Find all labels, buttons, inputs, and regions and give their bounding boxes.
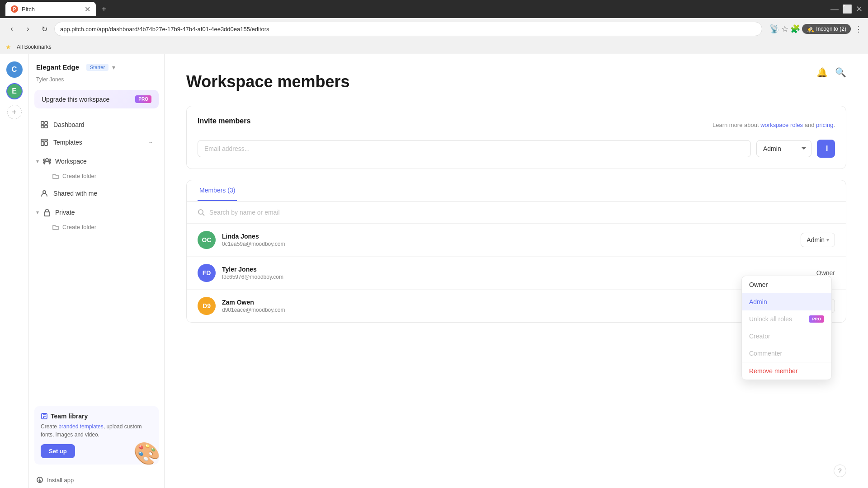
owner-label: Owner — [749, 281, 768, 288]
members-tabs: Members (3) — [187, 180, 846, 202]
browser-menu-icon[interactable]: ⋮ — [854, 24, 863, 34]
invite-button[interactable]: I — [817, 140, 835, 158]
private-create-folder-button[interactable]: Create folder — [49, 221, 157, 234]
bell-icon[interactable]: 🔔 — [816, 67, 828, 78]
back-button[interactable]: ‹ — [5, 23, 18, 35]
member-search-input[interactable] — [209, 209, 835, 216]
templates-label: Templates — [53, 139, 82, 146]
tab-title: Pitch — [22, 6, 35, 13]
maximize-button[interactable]: ⬜ — [842, 4, 852, 14]
invite-row: Admin Owner Creator Commenter I — [198, 140, 835, 158]
svg-point-9 — [43, 159, 45, 161]
svg-rect-6 — [45, 142, 47, 145]
workspace-section-icon — [42, 157, 52, 166]
member-info-2: Zam Owen d901eace@moodboy.com — [222, 299, 801, 313]
extension-icon[interactable]: 🧩 — [790, 24, 800, 34]
role-select[interactable]: Admin Owner Creator Commenter — [756, 140, 811, 157]
create-folder-label: Create folder — [62, 173, 96, 179]
commenter-label: Commenter — [749, 350, 782, 357]
member-role-0: Admin — [807, 236, 825, 244]
dashboard-icon — [40, 120, 49, 129]
browser-chrome: P Pitch ✕ + — ⬜ ✕ ‹ › ↻ app.pitch.com/ap… — [0, 0, 868, 54]
private-folder-icon — [52, 224, 59, 230]
private-section-header[interactable]: ▾ Private — [36, 204, 157, 221]
team-library-title: Team library — [41, 413, 152, 420]
svg-point-14 — [198, 210, 203, 214]
browser-titlebar: P Pitch ✕ + — ⬜ ✕ — [0, 0, 868, 18]
upgrade-button[interactable]: Upgrade this workspace PRO — [34, 90, 159, 108]
team-library-label: Team library — [51, 413, 88, 420]
install-icon — [36, 476, 43, 483]
bookmark-star-icon[interactable]: ☆ — [781, 24, 788, 34]
sidebar-item-shared[interactable]: Shared with me — [33, 185, 160, 202]
creator-label: Creator — [749, 333, 770, 340]
install-app-item[interactable]: Install app — [29, 472, 164, 488]
dropdown-admin[interactable]: Admin — [742, 293, 831, 310]
member-email-2: d901eace@moodboy.com — [222, 307, 801, 313]
bookmarks-star-icon: ★ — [5, 43, 11, 51]
pro-badge: PRO — [135, 95, 151, 103]
svg-rect-0 — [41, 122, 44, 124]
templates-arrow-icon: → — [148, 139, 153, 145]
dropdown-commenter: Commenter — [742, 345, 831, 362]
url-text: app.pitch.com/app/dashboard/4b74b27e-17b… — [60, 26, 269, 33]
create-folder-button[interactable]: Create folder — [49, 169, 157, 183]
add-workspace-button[interactable]: + — [7, 105, 22, 119]
workspace-chevron-icon[interactable]: ▾ — [112, 64, 115, 71]
dashboard-label: Dashboard — [53, 121, 85, 128]
close-window-button[interactable]: ✕ — [856, 4, 863, 14]
forward-button[interactable]: › — [22, 23, 34, 35]
invite-top-row: Invite members Learn more about workspac… — [198, 117, 835, 132]
tab-close-icon[interactable]: ✕ — [85, 5, 90, 14]
address-bar[interactable]: app.pitch.com/app/dashboard/4b74b27e-17b… — [54, 22, 762, 36]
bookmarks-bar: ★ All Bookmarks — [0, 40, 868, 54]
unlock-pro-badge: PRO — [809, 315, 824, 323]
refresh-button[interactable]: ↻ — [38, 23, 51, 35]
unlock-label: Unlock all roles — [749, 315, 792, 323]
members-tab[interactable]: Members (3) — [198, 180, 237, 201]
svg-rect-3 — [45, 125, 47, 128]
svg-line-15 — [203, 214, 204, 216]
main-content: 🔔 🔍 Workspace members Invite members Lea… — [165, 54, 868, 488]
member-name-2: Zam Owen — [222, 299, 801, 306]
team-library-card: Team library Create branded templates, u… — [34, 406, 159, 465]
member-name-0: Linda Jones — [222, 233, 801, 240]
incognito-label: Incognito (2) — [816, 26, 846, 32]
private-section-sub: Create folder — [36, 221, 157, 234]
sidebar-item-dashboard[interactable]: Dashboard — [33, 116, 160, 133]
new-tab-button[interactable]: + — [101, 4, 107, 14]
and-text: and — [805, 122, 815, 128]
workspace-roles-link[interactable]: workspace roles — [760, 122, 803, 128]
member-info-1: Tyler Jones fdc65976@moodboy.com — [222, 266, 816, 280]
member-email-0: 0c1ea59a@moodboy.com — [222, 241, 801, 247]
vertical-bar: C E + — [0, 54, 29, 488]
app-wrapper: C E + Elegant Edge Starter ▾ Tyler Jones… — [0, 0, 868, 488]
dropdown-remove-member[interactable]: Remove member — [742, 362, 831, 380]
browser-tab[interactable]: P Pitch ✕ — [5, 2, 96, 16]
nav-right-icons: 📡 ☆ 🧩 🕵 Incognito (2) ⋮ — [769, 24, 863, 34]
install-app-label: Install app — [47, 477, 74, 483]
email-input[interactable] — [198, 140, 751, 157]
pricing-link[interactable]: pricing — [816, 122, 833, 128]
role-dropdown-0[interactable]: Admin ▾ — [801, 233, 835, 247]
workspace-section-sub: Create folder — [36, 169, 157, 183]
bookmarks-item[interactable]: All Bookmarks — [13, 42, 55, 52]
search-icon[interactable]: 🔍 — [835, 67, 846, 78]
role-chevron-0: ▾ — [826, 237, 829, 243]
shared-label: Shared with me — [53, 190, 97, 197]
setup-button[interactable]: Set up — [41, 444, 75, 458]
workspace-section-header[interactable]: ▾ Workspace — [36, 153, 157, 169]
private-chevron-icon: ▾ — [36, 209, 39, 216]
workspace-avatar-e[interactable]: E — [6, 83, 23, 99]
private-section-label: Private — [55, 209, 75, 216]
help-button[interactable]: ? — [834, 465, 846, 477]
sidebar-item-templates[interactable]: Templates → — [33, 134, 160, 151]
dropdown-owner[interactable]: Owner — [742, 276, 831, 293]
browser-nav: ‹ › ↻ app.pitch.com/app/dashboard/4b74b2… — [0, 18, 868, 40]
branded-templates-link[interactable]: branded templates — [58, 423, 103, 430]
minimize-button[interactable]: — — [830, 5, 839, 14]
workspace-avatar-c[interactable]: C — [6, 61, 23, 78]
dropdown-unlock: Unlock all roles PRO — [742, 310, 831, 328]
member-info-0: Linda Jones 0c1ea59a@moodboy.com — [222, 233, 801, 247]
cast-icon[interactable]: 📡 — [769, 24, 779, 34]
